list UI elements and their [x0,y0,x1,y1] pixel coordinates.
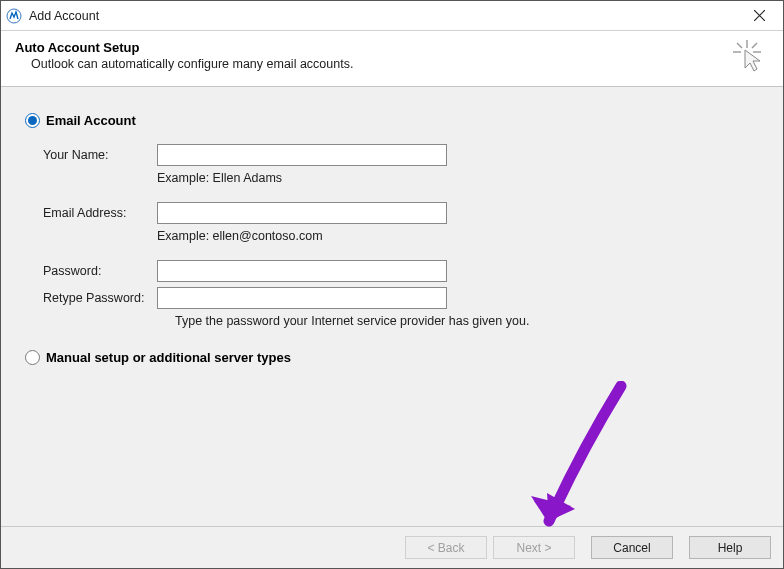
close-button[interactable] [739,2,779,30]
form-area: Your Name: Example: Ellen Adams Email Ad… [43,144,759,328]
wizard-content: Email Account Your Name: Example: Ellen … [1,87,783,365]
your-name-input[interactable] [157,144,447,166]
email-input[interactable] [157,202,447,224]
radio-manual-setup[interactable] [25,350,40,365]
wizard-subtitle: Outlook can automatically configure many… [31,57,733,71]
wizard-header: Auto Account Setup Outlook can automatic… [1,31,783,87]
option-manual-setup[interactable]: Manual setup or additional server types [25,350,759,365]
help-button[interactable]: Help [689,536,771,559]
wizard-buttons: < Back Next > Cancel Help [1,526,783,568]
cursor-click-icon [733,40,767,74]
password-label: Password: [43,264,157,278]
your-name-hint: Example: Ellen Adams [157,171,759,185]
next-button: Next > [493,536,575,559]
password-hint: Type the password your Internet service … [175,314,759,328]
password-input[interactable] [157,260,447,282]
back-button: < Back [405,536,487,559]
email-hint: Example: ellen@contoso.com [157,229,759,243]
radio-manual-setup-label: Manual setup or additional server types [46,350,291,365]
svg-line-5 [752,43,757,48]
window-title: Add Account [29,9,739,23]
svg-line-4 [737,43,742,48]
retype-password-input[interactable] [157,287,447,309]
radio-email-account[interactable] [25,113,40,128]
radio-email-account-label: Email Account [46,113,136,128]
option-email-account[interactable]: Email Account [25,113,759,128]
cancel-button[interactable]: Cancel [591,536,673,559]
wizard-title: Auto Account Setup [15,40,733,55]
titlebar: Add Account [1,1,783,31]
retype-password-label: Retype Password: [43,291,157,305]
your-name-label: Your Name: [43,148,157,162]
app-icon [5,7,23,25]
email-label: Email Address: [43,206,157,220]
